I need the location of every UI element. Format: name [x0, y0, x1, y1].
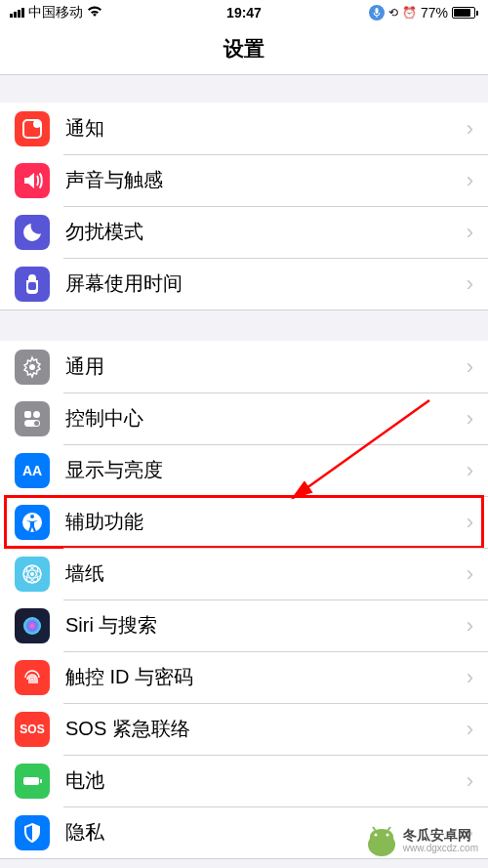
row-label: Siri 与搜索: [65, 612, 467, 639]
row-label: 通知: [65, 115, 467, 142]
watermark-logo-icon: [366, 823, 397, 858]
chevron-right-icon: ›: [467, 613, 473, 639]
dnd-icon: [15, 215, 50, 250]
control-icon: [15, 401, 50, 436]
chevron-right-icon: ›: [467, 220, 473, 245]
row-label: 电池: [65, 767, 467, 794]
mic-icon: [369, 5, 385, 21]
chevron-right-icon: ›: [467, 665, 473, 690]
svg-point-23: [386, 834, 388, 837]
row-label: 控制中心: [65, 405, 467, 432]
svg-rect-17: [23, 777, 39, 785]
settings-section: 通用›控制中心›AA显示与亮度›辅助功能›墙纸›Siri 与搜索›触控 ID 与…: [0, 341, 488, 858]
settings-row-control[interactable]: 控制中心›: [0, 393, 488, 444]
battery-icon: [452, 7, 478, 19]
chevron-right-icon: ›: [467, 561, 473, 587]
privacy-icon: [15, 815, 50, 850]
svg-rect-5: [24, 411, 31, 418]
touchid-icon: [15, 660, 50, 695]
settings-row-siri[interactable]: Siri 与搜索›: [0, 599, 488, 651]
settings-row-screentime[interactable]: 屏幕使用时间›: [0, 258, 488, 310]
signal-icon: [10, 8, 24, 18]
settings-section: 通知›声音与触感›勿扰模式›屏幕使用时间›: [0, 103, 488, 310]
status-right: ⟲ ⏰ 77%: [369, 5, 478, 21]
row-label: 墙纸: [65, 560, 467, 587]
watermark-title: 冬瓜安卓网: [403, 827, 478, 844]
chevron-right-icon: ›: [467, 717, 473, 742]
display-icon: AA: [15, 453, 50, 488]
chevron-right-icon: ›: [467, 271, 473, 297]
row-label: SOS 紧急联络: [65, 716, 467, 742]
sos-icon: SOS: [15, 712, 50, 747]
general-icon: [15, 350, 50, 385]
watermark-text: 冬瓜安卓网 www.dgxcdz.com: [403, 827, 478, 855]
settings-row-display[interactable]: AA显示与亮度›: [0, 444, 488, 496]
settings-row-sounds[interactable]: 声音与触感›: [0, 154, 488, 206]
settings-row-battery[interactable]: 电池›: [0, 755, 488, 806]
row-label: 声音与触感: [65, 167, 467, 193]
watermark: 冬瓜安卓网 www.dgxcdz.com: [366, 823, 478, 858]
svg-point-4: [29, 364, 35, 370]
status-time: 19:47: [226, 5, 262, 21]
settings-row-accessibility[interactable]: 辅助功能›: [0, 496, 488, 548]
settings-row-sos[interactable]: SOSSOS 紧急联络›: [0, 703, 488, 755]
settings-row-wallpaper[interactable]: 墙纸›: [0, 548, 488, 599]
row-label: 辅助功能: [65, 509, 467, 535]
sound-icon: [15, 163, 50, 198]
row-label: 显示与亮度: [65, 457, 467, 483]
alarm-icon: ⏰: [402, 6, 417, 20]
svg-line-25: [387, 827, 390, 831]
svg-point-8: [34, 421, 39, 426]
access-icon: [15, 505, 50, 540]
wifi-icon: [87, 6, 102, 21]
battery-percent: 77%: [421, 5, 448, 21]
chevron-right-icon: ›: [467, 354, 473, 380]
watermark-url: www.dgxcdz.com: [403, 843, 478, 854]
svg-point-10: [30, 515, 34, 518]
settings-row-notifications[interactable]: 通知›: [0, 103, 488, 154]
chevron-right-icon: ›: [467, 768, 473, 794]
chevron-right-icon: ›: [467, 510, 473, 535]
svg-point-22: [374, 834, 377, 837]
svg-rect-0: [375, 8, 378, 14]
status-left: 中国移动: [10, 4, 102, 21]
svg-rect-18: [40, 779, 42, 783]
row-label: 屏幕使用时间: [65, 270, 467, 297]
svg-line-24: [373, 827, 376, 831]
settings-row-dnd[interactable]: 勿扰模式›: [0, 206, 488, 258]
battery-icon: [15, 764, 50, 799]
row-label: 通用: [65, 353, 467, 380]
svg-point-12: [30, 572, 34, 576]
notif-icon: [15, 111, 50, 146]
svg-rect-3: [28, 282, 36, 290]
orientation-lock-icon: ⟲: [388, 6, 398, 20]
chevron-right-icon: ›: [467, 168, 473, 193]
page-title: 设置: [0, 21, 488, 75]
row-label: 触控 ID 与密码: [65, 664, 467, 690]
siri-icon: [15, 608, 50, 643]
wallpaper-icon: [15, 557, 50, 592]
settings-row-touchid[interactable]: 触控 ID 与密码›: [0, 651, 488, 703]
svg-point-2: [33, 120, 41, 128]
svg-rect-21: [370, 837, 393, 847]
svg-point-6: [33, 411, 40, 418]
screen-icon: [15, 267, 50, 302]
svg-point-16: [23, 617, 41, 635]
settings-row-general[interactable]: 通用›: [0, 341, 488, 393]
chevron-right-icon: ›: [467, 116, 473, 142]
row-label: 勿扰模式: [65, 219, 467, 245]
chevron-right-icon: ›: [467, 406, 473, 432]
chevron-right-icon: ›: [467, 458, 473, 483]
carrier-label: 中国移动: [28, 4, 83, 21]
status-bar: 中国移动 19:47 ⟲ ⏰ 77%: [0, 0, 488, 21]
